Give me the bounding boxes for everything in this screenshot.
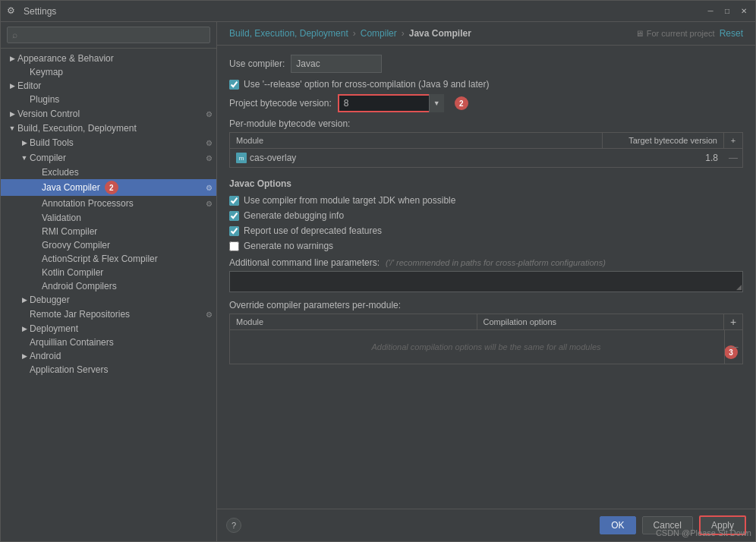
sidebar-item-excludes[interactable]: ▶ Excludes — [1, 165, 216, 179]
sidebar-label: Java Compiler — [42, 182, 100, 193]
window-controls: ─ □ ✕ — [705, 6, 749, 17]
additional-params-input[interactable] — [229, 271, 743, 292]
bytecode-table: Module Target bytecode version + m cas-o… — [229, 132, 743, 168]
sidebar-item-editor[interactable]: ▶ Editor — [1, 79, 216, 93]
use-compiler-module-checkbox[interactable] — [229, 196, 239, 206]
help-button[interactable]: ? — [226, 518, 241, 533]
javac-options-title: Javac Options — [229, 178, 743, 189]
override-module-header: Module — [230, 314, 477, 329]
close-button[interactable]: ✕ — [739, 6, 749, 17]
sidebar-label: Application Servers — [30, 364, 108, 375]
sidebar-item-appearance-behavior[interactable]: ▶ Appearance & Behavior — [1, 52, 216, 65]
compiler-select[interactable]: Javac Eclipse Ajc — [291, 55, 382, 73]
add-module-btn[interactable]: + — [724, 133, 742, 148]
sidebar-item-deployment[interactable]: ▶ Deployment — [1, 322, 216, 336]
sidebar-label: Arquillian Containers — [30, 337, 114, 348]
badge-1: 2 — [105, 181, 118, 194]
override-label: Override compiler parameters per-module: — [229, 300, 743, 310]
sidebar-item-actionscript-flex[interactable]: ▶ ActionScript & Flex Compiler — [1, 252, 216, 266]
maximize-button[interactable]: □ — [722, 6, 732, 17]
override-minus-btn[interactable]: — — [724, 330, 742, 364]
generate-debug-checkbox[interactable] — [229, 211, 239, 221]
sidebar-label: Appearance & Behavior — [17, 53, 114, 64]
sidebar-label: Editor — [17, 80, 41, 91]
sidebar-item-remote-jar[interactable]: ▶ Remote Jar Repositories ⚙ — [1, 307, 216, 322]
app-icon: ⚙ — [7, 5, 19, 17]
bytecode-version-label: Project bytecode version: — [229, 98, 332, 109]
title-bar: ⚙ Settings ─ □ ✕ — [1, 1, 755, 22]
no-warnings-label: Generate no warnings — [244, 241, 333, 251]
bytecode-dropdown-btn[interactable]: ▼ — [429, 94, 444, 112]
sidebar-item-debugger[interactable]: ▶ Debugger — [1, 293, 216, 307]
remove-module-btn[interactable]: — — [724, 150, 742, 165]
settings-icon: ⚙ — [204, 197, 216, 210]
arrow-icon: ▼ — [19, 154, 30, 162]
arrow-icon: ▶ — [7, 110, 17, 118]
override-table-header: Module Compilation options + — [230, 314, 742, 330]
ok-button[interactable]: OK — [600, 516, 635, 534]
sidebar-item-arquillian[interactable]: ▶ Arquillian Containers — [1, 336, 216, 349]
sidebar-item-build-tools[interactable]: ▶ Build Tools ⚙ — [1, 135, 216, 150]
breadcrumb: Build, Execution, Deployment › Compiler … — [217, 22, 755, 46]
minimize-button[interactable]: ─ — [705, 6, 716, 17]
sidebar-item-java-compiler[interactable]: ▶ Java Compiler 2 ⚙ — [1, 179, 216, 196]
sidebar-item-android-compilers[interactable]: ▶ Android Compilers — [1, 279, 216, 293]
settings-window: ⚙ Settings ─ □ ✕ ▶ Appearance & Behavior… — [0, 0, 756, 542]
sidebar-tree: ▶ Appearance & Behavior ▶ Keymap ▶ Edito… — [1, 49, 216, 541]
bytecode-version-input[interactable] — [338, 94, 444, 112]
sidebar-item-kotlin-compiler[interactable]: ▶ Kotlin Compiler — [1, 266, 216, 279]
footer: ? OK Cancel Apply — [217, 509, 755, 541]
sidebar-item-validation[interactable]: ▶ Validation — [1, 211, 216, 225]
main-content: ▶ Appearance & Behavior ▶ Keymap ▶ Edito… — [1, 22, 755, 541]
no-warnings-checkbox[interactable] — [229, 241, 239, 251]
sidebar-item-groovy-compiler[interactable]: ▶ Groovy Compiler — [1, 238, 216, 252]
additional-params-hint: ('/' recommended in paths for cross-plat… — [386, 258, 606, 267]
sidebar-item-version-control[interactable]: ▶ Version Control ⚙ — [1, 106, 216, 121]
reset-button[interactable]: Reset — [720, 28, 743, 39]
window-title: Settings — [24, 6, 705, 17]
sidebar-label: Groovy Compiler — [42, 240, 110, 251]
override-add-button[interactable]: + — [724, 316, 742, 328]
cancel-button[interactable]: Cancel — [642, 516, 693, 534]
sidebar-item-rmi-compiler[interactable]: ▶ RMI Compiler — [1, 225, 216, 238]
table-row: m cas-overlay 1.8 — — [230, 149, 742, 167]
module-name: cas-overlay — [250, 153, 296, 163]
additional-params-label: Additional command line parameters: — [229, 257, 380, 268]
override-table: Module Compilation options + Additional … — [229, 314, 743, 364]
report-deprecated-checkbox[interactable] — [229, 226, 239, 236]
sidebar-item-build-execution-deployment[interactable]: ▼ Build, Execution, Deployment — [1, 121, 216, 135]
search-input[interactable] — [7, 27, 210, 43]
sidebar-label: Kotlin Compiler — [42, 267, 103, 278]
apply-button[interactable]: Apply — [699, 515, 746, 535]
checkbox-row-2: Generate debugging info — [229, 210, 743, 221]
override-hint: Additional compilation options will be t… — [371, 342, 600, 351]
sidebar-item-compiler[interactable]: ▼ Compiler ⚙ — [1, 150, 216, 165]
module-icon: m — [236, 153, 247, 163]
sidebar-label: RMI Compiler — [42, 226, 97, 237]
monitor-icon: 🖥 — [635, 29, 644, 38]
version-cell: 1.8 — [603, 150, 724, 165]
release-checkbox[interactable] — [229, 80, 239, 90]
additional-params-row: Additional command line parameters: ('/'… — [229, 257, 743, 268]
compiler-select-wrapper: Javac Eclipse Ajc — [291, 55, 382, 73]
sidebar-item-android[interactable]: ▶ Android — [1, 349, 216, 363]
settings-icon: ⚙ — [204, 137, 216, 149]
use-compiler-row: Use compiler: Javac Eclipse Ajc — [229, 55, 743, 73]
sidebar-item-annotation-processors[interactable]: ▶ Annotation Processors ⚙ — [1, 196, 216, 211]
breadcrumb-current: Java Compiler — [409, 28, 471, 39]
arrow-icon: ▶ — [7, 82, 17, 90]
project-label: For current project — [647, 29, 715, 38]
sidebar-label: Android Compilers — [42, 281, 117, 291]
checkbox-row-1: Use compiler from module target JDK when… — [229, 195, 743, 206]
breadcrumb-project-info: 🖥 For current project — [635, 29, 715, 38]
badge-2: 2 — [455, 96, 468, 110]
breadcrumb-sep-2: › — [402, 28, 405, 39]
checkbox-row-3: Report use of deprecated features — [229, 225, 743, 236]
version-header: Target bytecode version — [603, 133, 724, 148]
sidebar-item-application-servers[interactable]: ▶ Application Servers — [1, 363, 216, 377]
sidebar-item-plugins[interactable]: ▶ Plugins — [1, 93, 216, 106]
sidebar-item-keymap[interactable]: ▶ Keymap — [1, 65, 216, 79]
sidebar-label: Excludes — [42, 167, 79, 178]
bytecode-input-wrapper: ▼ — [338, 94, 444, 112]
footer-left: ? — [226, 518, 241, 533]
